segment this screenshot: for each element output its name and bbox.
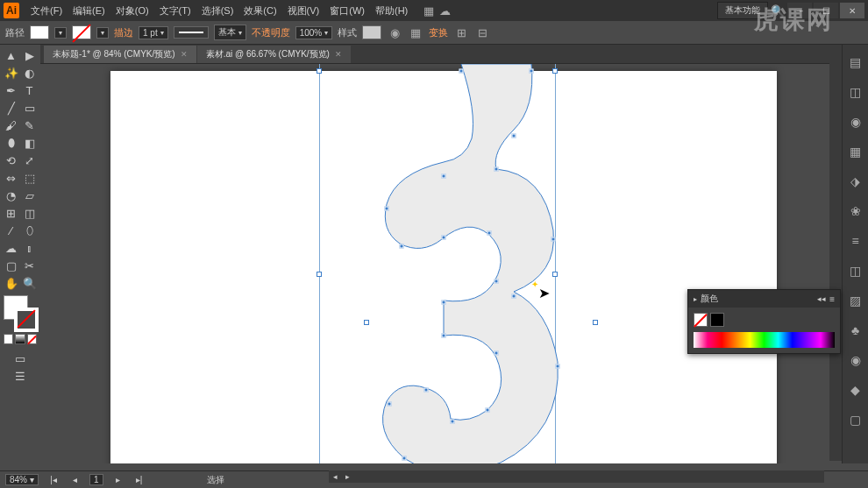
color-icon[interactable]: ◉ (847, 113, 864, 131)
stroke-color[interactable] (14, 308, 39, 332)
anchor-point[interactable] (551, 237, 556, 242)
bounding-handle[interactable] (552, 68, 558, 74)
selection-tool[interactable]: ▲ (2, 46, 20, 64)
eyedropper-tool[interactable]: ⁄ (2, 222, 20, 239)
anchor-point[interactable] (494, 279, 499, 284)
slice-tool[interactable]: ✂ (20, 257, 39, 274)
graphic-styles-icon[interactable]: ◉ (847, 351, 864, 369)
color-spectrum[interactable] (694, 332, 835, 348)
bridge-icon[interactable]: ☁ (437, 3, 452, 18)
isolate-icon[interactable]: ⊞ (453, 25, 469, 40)
doc-tab-2[interactable]: 素材.ai @ 66.67% (CMYK/预览)✕ (197, 46, 351, 63)
workspace-selector[interactable]: 基本功能 (717, 2, 768, 19)
appearance-icon[interactable]: ♣ (847, 322, 864, 339)
bounding-handle[interactable] (593, 320, 598, 325)
graph-tool[interactable]: ⫾ (20, 239, 39, 257)
brush-tool[interactable]: 🖌 (2, 117, 20, 134)
artboard-tool[interactable]: ▢ (2, 257, 20, 274)
first-artboard-icon[interactable]: |◂ (47, 474, 60, 486)
prev-artboard-icon[interactable]: ◂ (68, 474, 81, 486)
anchor-point[interactable] (442, 334, 446, 338)
doc-tab-1[interactable]: 未标题-1* @ 84% (CMYK/预览)✕ (44, 46, 196, 63)
last-artboard-icon[interactable]: ▸| (133, 474, 146, 486)
libraries-icon[interactable]: ◫ (847, 83, 864, 101)
magic-wand-tool[interactable]: ✨ (2, 64, 20, 81)
transparency-icon[interactable]: ▨ (847, 292, 864, 309)
menu-type[interactable]: 文字(T) (155, 2, 196, 20)
color-mode-none[interactable] (27, 334, 37, 344)
gradient-tool[interactable]: ◫ (20, 204, 39, 222)
more-icon[interactable]: ⊟ (474, 25, 490, 40)
anchor-point[interactable] (556, 364, 560, 369)
opacity-combo[interactable]: 100% (295, 26, 333, 39)
pencil-tool[interactable]: ✎ (20, 117, 39, 134)
menu-help[interactable]: 帮助(H) (371, 2, 412, 20)
anchor-point[interactable] (442, 236, 446, 240)
menu-file[interactable]: 文件(F) (26, 2, 67, 20)
blend-tool[interactable]: ⬯ (20, 222, 39, 239)
anchor-point[interactable] (530, 69, 534, 74)
vertical-scrollbar[interactable] (829, 63, 842, 461)
stroke-preview[interactable] (174, 26, 209, 39)
hand-tool[interactable]: ✋ (2, 274, 20, 292)
anchor-point[interactable] (494, 167, 499, 172)
style-swatch[interactable] (362, 25, 381, 39)
menu-object[interactable]: 对象(O) (111, 2, 153, 20)
swatches-icon[interactable]: ▦ (847, 143, 864, 160)
anchor-point[interactable] (486, 408, 490, 413)
panel-stroke-swatch[interactable] (710, 313, 724, 327)
menu-select[interactable]: 选择(S) (197, 2, 238, 20)
anchor-point[interactable] (388, 402, 392, 407)
type-tool[interactable]: T (20, 81, 39, 99)
screen-mode[interactable]: ▭ (2, 350, 39, 367)
opacity-link[interactable]: 不透明度 (252, 26, 290, 39)
anchor-point[interactable] (385, 207, 389, 211)
tab-close-icon[interactable]: ✕ (181, 50, 188, 59)
color-mode-gradient[interactable] (15, 334, 25, 344)
anchor-point[interactable] (494, 351, 499, 356)
blob-tool[interactable]: ⬮ (2, 134, 20, 152)
menu-view[interactable]: 视图(V) (283, 2, 324, 20)
anchor-point[interactable] (402, 456, 407, 461)
zoom-tool[interactable]: 🔍 (20, 274, 39, 292)
symbols-icon[interactable]: ❀ (847, 202, 864, 220)
pen-tool[interactable]: ✒ (2, 81, 20, 99)
perspective-tool[interactable]: ▱ (20, 187, 39, 204)
zoom-combo[interactable]: 84%▾ (5, 474, 39, 485)
scale-tool[interactable]: ⤢ (20, 152, 39, 169)
stroke-combo[interactable] (96, 27, 109, 39)
anchor-point[interactable] (442, 174, 446, 179)
horizontal-scrollbar[interactable] (329, 470, 824, 483)
shape-builder-tool[interactable]: ◔ (2, 187, 20, 204)
stroke-icon[interactable]: ≡ (847, 232, 864, 250)
artboards-icon[interactable]: ▢ (847, 411, 864, 428)
recolor-icon[interactable]: ◉ (387, 25, 402, 40)
anchor-point[interactable] (459, 69, 464, 74)
anchor-point[interactable] (400, 244, 404, 249)
properties-icon[interactable]: ▤ (847, 53, 864, 71)
anchor-point[interactable] (451, 420, 455, 424)
lasso-tool[interactable]: ◐ (20, 64, 39, 81)
rect-tool[interactable]: ▭ (20, 99, 39, 117)
fill-combo[interactable] (54, 27, 67, 39)
direct-select-tool[interactable]: ▶ (20, 46, 39, 64)
gradient-icon[interactable]: ◫ (847, 262, 864, 279)
tab-close-icon[interactable]: ✕ (335, 50, 342, 59)
symbol-tool[interactable]: ☁ (2, 239, 20, 257)
panel-fill-swatch[interactable] (694, 313, 708, 327)
menu-effect[interactable]: 效果(C) (239, 2, 281, 20)
align-icon[interactable]: ▦ (408, 25, 423, 40)
transform-link[interactable]: 变换 (429, 26, 448, 39)
panel-menu-icon[interactable]: ≡ (829, 294, 835, 304)
layers-icon[interactable]: ◆ (847, 381, 864, 399)
width-tool[interactable]: ⇔ (2, 169, 20, 187)
mesh-tool[interactable]: ⊞ (2, 204, 20, 222)
bounding-handle[interactable] (317, 68, 322, 74)
edit-mode[interactable]: ☰ (2, 367, 39, 385)
fill-stroke-control[interactable] (2, 295, 40, 332)
stroke-style-combo[interactable]: 基本 (214, 25, 246, 40)
rotate-tool[interactable]: ⟲ (2, 152, 20, 169)
artboard-nav[interactable]: 1 (89, 474, 103, 485)
anchor-point[interactable] (487, 231, 492, 236)
anchor-point[interactable] (424, 388, 429, 393)
